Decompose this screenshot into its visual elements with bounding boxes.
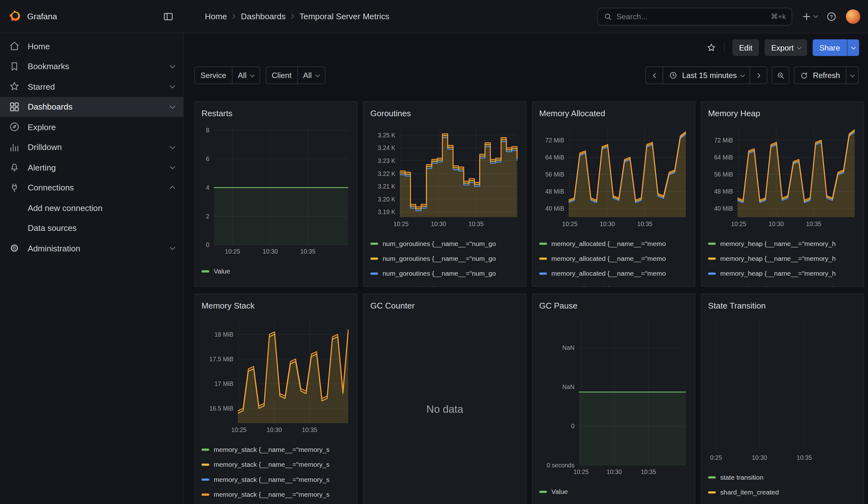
time-back-button[interactable] xyxy=(645,66,663,84)
dashboard-panel[interactable]: State Transition 0:2510:3010:35state tra… xyxy=(701,294,864,504)
panel-legend: Value xyxy=(202,264,350,278)
time-forward-button[interactable] xyxy=(750,66,768,84)
panel-title[interactable]: Memory Stack xyxy=(202,300,350,312)
star-dashboard-button[interactable] xyxy=(706,43,716,53)
client-filter-label: Client xyxy=(266,71,297,80)
legend-item[interactable]: memory_stack {__name__="memory_s xyxy=(202,472,350,487)
legend-item[interactable]: memory_heap {__name__="memory_h xyxy=(708,266,857,281)
legend-item[interactable]: memory_allocated {__name__="memo xyxy=(539,251,688,266)
legend-item[interactable]: num_goroutines {__name__="num_go xyxy=(370,236,519,251)
svg-text:10:25: 10:25 xyxy=(562,221,577,227)
sidebar-item-data-sources[interactable]: Data sources xyxy=(0,218,183,238)
toolbar-divider xyxy=(724,43,725,53)
dashboard-panel[interactable]: Goroutines 3.25 K3.24 K3.23 K3.22 K3.21 … xyxy=(363,101,526,287)
zoom-out-button[interactable] xyxy=(772,66,790,84)
legend-item[interactable]: state transition xyxy=(708,470,857,484)
legend-item[interactable]: memory_stack {__name__="memory_s xyxy=(202,457,350,472)
svg-text:72 MiB: 72 MiB xyxy=(714,137,733,144)
panel-chart[interactable]: 8642010:2510:3010:35 xyxy=(202,124,350,257)
legend-item[interactable]: memory_allocated {__name__="memo xyxy=(539,266,688,281)
sidebar-item-home[interactable]: Home xyxy=(0,36,183,56)
share-menu-button[interactable] xyxy=(847,40,859,56)
legend-swatch xyxy=(539,257,547,260)
legend-item[interactable]: memory_stack {__name__="memory_s xyxy=(202,487,350,502)
search-input[interactable] xyxy=(617,12,766,21)
sidebar-item-bookmarks[interactable]: Bookmarks xyxy=(0,56,183,76)
time-range-picker[interactable]: Last 15 minutes xyxy=(663,66,751,84)
sidebar-item-administration[interactable]: Administration xyxy=(0,238,183,258)
svg-text:40 MiB: 40 MiB xyxy=(545,205,564,212)
dashboard-panel[interactable]: Memory Stack 18 MiB17.5 MiB17 MiB16.5 Mi… xyxy=(194,294,358,504)
sidebar-item-label: Explore xyxy=(28,122,175,132)
dashboard-panel[interactable]: GC Counter No data xyxy=(363,294,526,504)
legend-item[interactable]: memory_heap {__name__="memory_h xyxy=(708,251,857,266)
svg-text:64 MiB: 64 MiB xyxy=(714,154,733,161)
help-button[interactable]: ? xyxy=(826,11,837,22)
chevron-down-icon xyxy=(170,63,175,68)
avatar[interactable] xyxy=(846,9,860,24)
legend-item[interactable]: memory_heap {__name__="memory_h xyxy=(708,236,857,251)
breadcrumb-dashboards[interactable]: Dashboards xyxy=(241,12,286,21)
grafana-logo-icon xyxy=(9,10,21,23)
dashboard-panel[interactable]: Memory Heap 72 MiB64 MiB56 MiB48 MiB40 M… xyxy=(701,101,864,287)
panel-chart[interactable]: 72 MiB64 MiB56 MiB48 MiB40 MiB10:2510:30… xyxy=(539,124,688,229)
panel-title[interactable]: GC Pause xyxy=(539,300,688,312)
panel-title[interactable]: Goroutines xyxy=(370,107,519,120)
dashboard-panel[interactable]: Memory Allocated 72 MiB64 MiB56 MiB48 Mi… xyxy=(532,101,695,287)
legend-item[interactable]: shard_item_created xyxy=(708,485,857,500)
legend-item[interactable]: Value xyxy=(539,484,688,499)
dashboards-icon xyxy=(9,101,20,112)
legend-item[interactable]: num_goroutines {__name__="num_go xyxy=(370,251,519,266)
dock-menu-button[interactable] xyxy=(163,11,174,22)
sidebar-item-connections[interactable]: Connections xyxy=(0,177,183,198)
svg-text:10:25: 10:25 xyxy=(574,469,589,475)
new-button[interactable] xyxy=(801,11,817,22)
legend-item[interactable]: memory_heap {__name__="memory_h xyxy=(708,281,857,286)
svg-text:NaN: NaN xyxy=(562,384,575,390)
refresh-button[interactable]: Refresh xyxy=(795,67,846,84)
explore-icon xyxy=(9,122,20,133)
service-filter-value[interactable]: All xyxy=(232,67,259,84)
sidebar-item-label: Data sources xyxy=(28,223,175,233)
sidebar-item-add-new-connection[interactable]: Add new connection xyxy=(0,198,183,218)
svg-text:10:25: 10:25 xyxy=(731,221,746,227)
client-filter-value[interactable]: All xyxy=(297,67,325,84)
sidebar-item-alerting[interactable]: Alerting xyxy=(0,157,183,177)
legend-item[interactable]: memory_stack {__name__="memory_s xyxy=(202,442,350,457)
panel-body: 18 MiB17.5 MiB17 MiB16.5 MiB10:2510:3010… xyxy=(202,316,350,504)
panel-body: 3.25 K3.24 K3.23 K3.22 K3.21 K3.20 K3.19… xyxy=(370,124,519,286)
breadcrumb-home[interactable]: Home xyxy=(205,12,227,21)
panel-title[interactable]: Memory Heap xyxy=(708,107,857,120)
dashboard-panel[interactable]: Restarts 8642010:2510:3010:35Value xyxy=(194,101,358,287)
administration-icon xyxy=(9,243,20,254)
panel-chart[interactable]: 72 MiB64 MiB56 MiB48 MiB40 MiB10:2510:30… xyxy=(708,124,857,229)
legend-swatch xyxy=(202,270,209,272)
svg-text:72 MiB: 72 MiB xyxy=(545,137,564,144)
chevron-down-icon xyxy=(813,13,818,18)
legend-item[interactable]: num_goroutines {__name__="num_go xyxy=(370,266,519,281)
sidebar-item-drilldown[interactable]: Drilldown xyxy=(0,137,183,157)
legend-item[interactable]: memory_allocated {__name__="memo xyxy=(539,281,688,286)
refresh-interval-button[interactable] xyxy=(846,67,858,84)
sidebar-item-explore[interactable]: Explore xyxy=(0,117,183,137)
legend-item[interactable]: Value xyxy=(202,264,350,278)
panel-title[interactable]: Memory Allocated xyxy=(539,107,688,120)
panel-chart[interactable]: 0:2510:3010:35 xyxy=(708,316,857,463)
panel-title[interactable]: Restarts xyxy=(202,107,350,120)
panel-title[interactable]: State Transition xyxy=(708,300,857,312)
svg-text:3.24 K: 3.24 K xyxy=(378,145,395,151)
export-button[interactable]: Export xyxy=(764,40,807,56)
panel-chart[interactable]: 18 MiB17.5 MiB17 MiB16.5 MiB10:2510:3010… xyxy=(202,316,350,435)
sidebar-item-starred[interactable]: Starred xyxy=(0,76,183,96)
panel-title[interactable]: GC Counter xyxy=(370,300,519,312)
sidebar-item-dashboards[interactable]: Dashboards xyxy=(0,96,183,117)
share-button[interactable]: Share xyxy=(813,40,847,56)
panel-chart[interactable]: NaNNaN00 seconds10:2510:3010:35 xyxy=(539,316,688,477)
legend-item[interactable]: num_goroutines {__name__="num_go xyxy=(370,281,519,286)
legend-item[interactable]: memory_allocated {__name__="memo xyxy=(539,236,688,251)
edit-button[interactable]: Edit xyxy=(732,40,759,56)
panel-chart[interactable]: 3.25 K3.24 K3.23 K3.22 K3.21 K3.20 K3.19… xyxy=(370,124,519,229)
chevron-down-icon xyxy=(170,144,175,149)
dashboard-panel[interactable]: GC Pause NaNNaN00 seconds10:2510:3010:35… xyxy=(532,294,695,504)
search-box[interactable]: ⌘+k xyxy=(597,8,792,25)
